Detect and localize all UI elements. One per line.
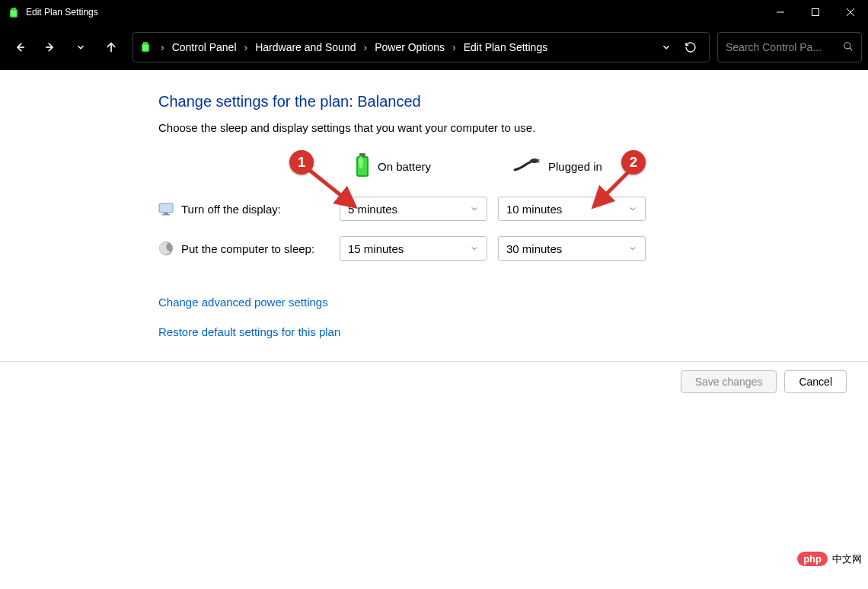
up-button[interactable] bbox=[97, 34, 125, 61]
svg-point-13 bbox=[844, 42, 850, 48]
battery-app-icon bbox=[8, 6, 20, 18]
page-title: Change settings for the plan: Balanced bbox=[158, 93, 868, 110]
plug-icon bbox=[513, 158, 541, 175]
breadcrumb-hardware-sound[interactable]: Hardware and Sound bbox=[252, 41, 359, 53]
battery-icon bbox=[139, 40, 152, 55]
svg-rect-23 bbox=[164, 213, 168, 214]
titlebar: Edit Plan Settings bbox=[0, 0, 868, 24]
watermark-text: 中文网 bbox=[832, 552, 862, 566]
breadcrumb-edit-plan[interactable]: Edit Plan Settings bbox=[461, 41, 551, 53]
svg-rect-20 bbox=[538, 159, 540, 161]
back-button[interactable] bbox=[6, 34, 34, 61]
svg-line-26 bbox=[309, 170, 355, 206]
address-bar[interactable]: › Control Panel › Hardware and Sound › P… bbox=[132, 32, 710, 62]
save-button[interactable]: Save changes bbox=[681, 370, 777, 393]
close-button[interactable] bbox=[833, 0, 868, 24]
refresh-button[interactable] bbox=[678, 35, 703, 59]
address-dropdown-button[interactable] bbox=[654, 35, 678, 59]
content-area: Change settings for the plan: Balanced C… bbox=[0, 70, 868, 338]
breadcrumb-separator[interactable]: › bbox=[359, 41, 372, 53]
cancel-button[interactable]: Cancel bbox=[784, 370, 847, 393]
search-placeholder: Search Control Pa... bbox=[726, 41, 843, 53]
svg-line-14 bbox=[850, 47, 853, 50]
recent-locations-button[interactable] bbox=[67, 34, 94, 61]
breadcrumb-separator[interactable]: › bbox=[240, 41, 253, 53]
breadcrumb-separator[interactable]: › bbox=[156, 41, 169, 53]
svg-rect-24 bbox=[162, 214, 170, 216]
svg-rect-15 bbox=[359, 153, 365, 156]
chevron-down-icon bbox=[470, 242, 479, 255]
svg-rect-12 bbox=[143, 44, 148, 50]
row-sleep-label: Put the computer to sleep: bbox=[158, 241, 329, 256]
restore-defaults-link[interactable]: Restore default settings for this plan bbox=[158, 325, 868, 338]
button-bar: Save changes Cancel bbox=[0, 361, 868, 401]
search-input[interactable]: Search Control Pa... bbox=[717, 32, 862, 62]
breadcrumb-separator[interactable]: › bbox=[448, 41, 461, 53]
svg-rect-21 bbox=[538, 162, 540, 163]
search-icon bbox=[843, 41, 854, 54]
maximize-button[interactable] bbox=[798, 0, 833, 24]
display-icon bbox=[158, 201, 174, 216]
chevron-down-icon bbox=[470, 203, 479, 216]
sleep-battery-select[interactable]: 15 minutes bbox=[340, 236, 487, 261]
settings-grid: On battery Plugged in Turn off the displ… bbox=[158, 151, 868, 261]
annotation-arrow-1 bbox=[303, 164, 364, 217]
watermark: php 中文网 bbox=[797, 552, 862, 566]
sleep-plugged-select[interactable]: 30 minutes bbox=[498, 236, 646, 261]
svg-rect-22 bbox=[159, 203, 173, 213]
column-header-battery-label: On battery bbox=[378, 160, 431, 173]
page-subtitle: Choose the sleep and display settings th… bbox=[158, 121, 868, 134]
breadcrumb-control-panel[interactable]: Control Panel bbox=[169, 41, 240, 53]
minimize-button[interactable] bbox=[763, 0, 798, 24]
svg-rect-10 bbox=[143, 42, 148, 43]
navbar: › Control Panel › Hardware and Sound › P… bbox=[0, 24, 868, 70]
links-section: Change advanced power settings Restore d… bbox=[158, 296, 868, 338]
watermark-brand: php bbox=[797, 552, 828, 566]
sleep-moon-icon bbox=[158, 241, 174, 256]
breadcrumb-power-options[interactable]: Power Options bbox=[372, 41, 448, 53]
chevron-down-icon bbox=[628, 242, 637, 255]
svg-line-27 bbox=[594, 170, 630, 206]
svg-rect-4 bbox=[812, 9, 819, 16]
svg-rect-2 bbox=[11, 11, 17, 17]
window-title: Edit Plan Settings bbox=[26, 7, 98, 18]
forward-button[interactable] bbox=[37, 34, 64, 61]
annotation-arrow-2 bbox=[586, 164, 640, 217]
svg-rect-0 bbox=[11, 8, 16, 9]
advanced-settings-link[interactable]: Change advanced power settings bbox=[158, 296, 868, 309]
